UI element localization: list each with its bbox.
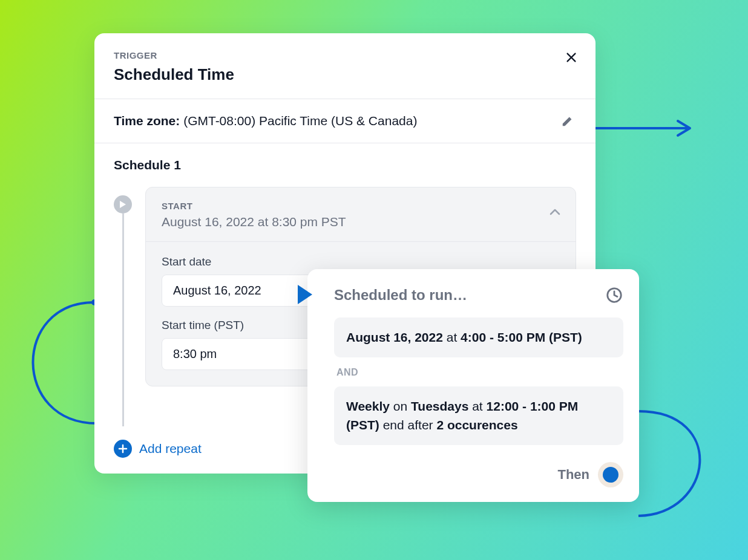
start-label: START — [162, 201, 560, 211]
entry1-at: at — [443, 330, 461, 344]
entry2-freq: Weekly — [346, 399, 390, 413]
scheduled-entry-1: August 16, 2022 at 4:00 - 5:00 PM (PST) — [334, 317, 623, 357]
timeline-line — [122, 213, 124, 426]
scheduled-entry-2: Weekly on Tuesdays at 12:00 - 1:00 PM (P… — [334, 386, 623, 445]
entry2-count: 2 occurences — [436, 418, 517, 432]
then-label: Then — [557, 467, 589, 483]
timezone-value: (GMT-08:00) Pacific Time (US & Canada) — [183, 114, 417, 128]
then-node[interactable] — [598, 462, 623, 487]
plus-icon-wrap — [114, 440, 132, 458]
entry2-day: Tuesdays — [411, 399, 468, 413]
play-icon — [119, 200, 126, 209]
entry2-at: at — [468, 399, 486, 413]
timeline — [114, 187, 132, 426]
start-card-header[interactable]: START August 16, 2022 at 8:30 pm PST — [146, 187, 576, 241]
collapse-button[interactable] — [546, 203, 563, 220]
plus-icon — [118, 444, 128, 454]
clock-icon — [605, 286, 623, 304]
trigger-title: Scheduled Time — [114, 65, 576, 84]
play-arrow-icon — [295, 284, 313, 305]
scheduled-title: Scheduled to run… — [334, 287, 467, 304]
entry2-end: end after — [379, 418, 437, 432]
panel-header: TRIGGER Scheduled Time — [94, 33, 595, 99]
then-dot-icon — [603, 467, 618, 483]
close-icon — [565, 51, 578, 64]
start-date-label: Start date — [162, 255, 560, 269]
start-node — [114, 195, 132, 213]
scheduled-header: Scheduled to run… — [334, 286, 623, 304]
start-datetime: August 16, 2022 at 8:30 pm PST — [162, 215, 560, 229]
entry1-date: August 16, 2022 — [346, 330, 443, 344]
add-repeat-label: Add repeat — [139, 441, 202, 456]
chevron-up-icon — [550, 208, 560, 215]
trigger-eyebrow: TRIGGER — [114, 50, 576, 60]
close-button[interactable] — [563, 49, 580, 66]
then-row: Then — [334, 462, 623, 487]
edit-timezone-button[interactable] — [559, 112, 576, 129]
scheduled-card: Scheduled to run… August 16, 2022 at 4:0… — [307, 269, 639, 502]
pencil-icon — [561, 114, 574, 128]
timezone-row: Time zone: (GMT-08:00) Pacific Time (US … — [94, 99, 595, 143]
timezone-label: Time zone: — [114, 114, 180, 128]
schedule-heading: Schedule 1 — [114, 158, 576, 172]
entry2-on: on — [390, 399, 411, 413]
entry1-time: 4:00 - 5:00 PM (PST) — [461, 330, 582, 344]
and-separator: AND — [336, 367, 623, 378]
timezone-text: Time zone: (GMT-08:00) Pacific Time (US … — [114, 114, 417, 128]
